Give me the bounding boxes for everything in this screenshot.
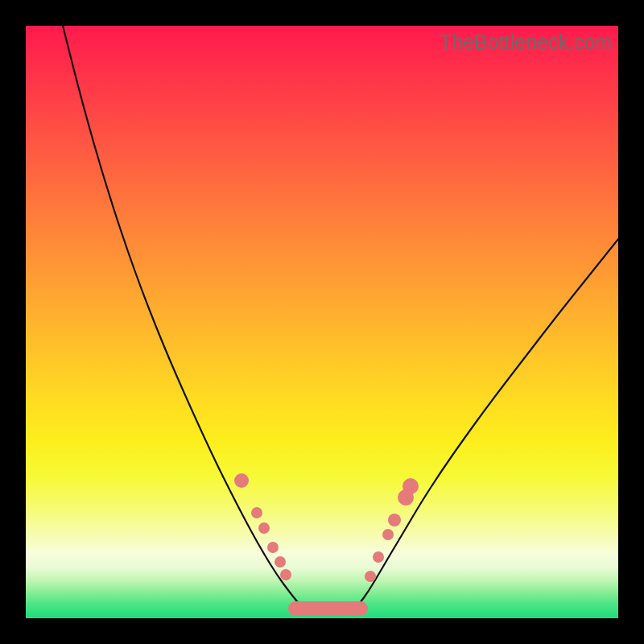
chart-svg	[26, 26, 618, 618]
data-dot	[234, 473, 249, 488]
dots-right-group	[365, 478, 419, 582]
data-dot	[258, 522, 270, 534]
data-dot	[398, 489, 414, 506]
data-dot	[280, 569, 291, 580]
curve-right	[354, 239, 618, 609]
chart-frame: TheBottleneck.com	[0, 0, 644, 644]
data-dot	[382, 529, 394, 540]
data-dot	[251, 507, 262, 518]
data-dot	[388, 514, 401, 526]
dots-left-group	[234, 473, 291, 580]
data-dot	[373, 551, 384, 563]
data-dot	[267, 542, 279, 553]
data-dot	[365, 571, 376, 582]
curve-left	[63, 26, 303, 609]
plot-area: TheBottleneck.com	[26, 26, 618, 618]
data-dot	[275, 556, 286, 568]
